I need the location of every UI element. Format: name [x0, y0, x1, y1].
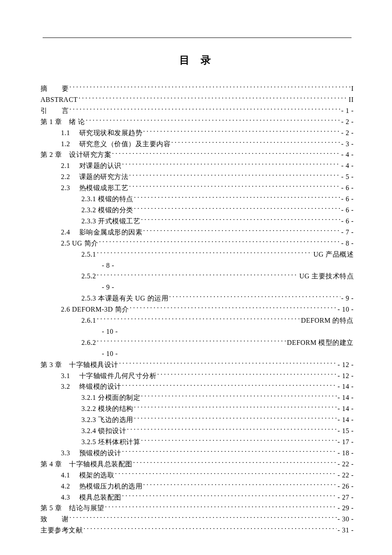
- toc-leader: [141, 437, 337, 444]
- toc-leader: [99, 239, 340, 246]
- toc-entry: 3.2 终锻模的设计- 14 -: [40, 381, 354, 392]
- toc-page: - 14 -: [337, 414, 354, 425]
- toc-page: - 14 -: [337, 392, 354, 403]
- toc-page: - 4 -: [341, 149, 354, 160]
- toc-leader: [130, 305, 337, 312]
- toc-label: 第 5 章 结论与展望: [40, 503, 104, 514]
- toc-entry: 摘 要I: [40, 83, 354, 94]
- toc-leader: [134, 415, 337, 422]
- toc-leader: [69, 515, 337, 521]
- toc-label: 2.3.1 模锻的特点: [81, 194, 133, 205]
- toc-label: 引 言: [40, 105, 69, 116]
- toc-leader: [84, 526, 337, 532]
- toc-entry: 3.2.5 坯料体积计算- 17 -: [40, 436, 354, 448]
- toc-leader: [141, 393, 337, 400]
- toc-page: - 14 -: [337, 403, 354, 414]
- toc-page: - 22 -: [337, 470, 354, 481]
- toc-leader: [133, 460, 337, 466]
- toc-label: 2.3.3 开式模锻工艺: [81, 216, 140, 227]
- toc-page: - 6 -: [341, 205, 354, 216]
- toc-entry: 4.1 模架的选取- 22 -: [40, 470, 354, 481]
- toc-leader: [112, 150, 340, 157]
- toc-leader: [105, 503, 337, 510]
- toc-leader: [122, 161, 340, 168]
- toc-leader: [129, 172, 340, 179]
- toc-entry: 2.4 影响金属成形的因素- 7 -: [40, 227, 354, 238]
- toc-entry: 2.3.1 模锻的特点- 6 -: [40, 194, 354, 205]
- top-divider: [43, 38, 352, 38]
- toc-label: 2.5.1: [81, 249, 96, 260]
- toc-page: - 9 -: [81, 282, 354, 293]
- toc-label: 4.3 模具总装配图: [61, 492, 121, 503]
- toc-entry: 3.2.3 飞边的选用- 14 -: [40, 414, 354, 425]
- toc-page: - 4 -: [341, 160, 354, 171]
- toc-entry: 1.2 研究意义（价值）及主要内容- 3 -: [40, 139, 354, 150]
- toc-leader: [129, 183, 340, 190]
- toc-leader: [134, 194, 340, 201]
- toc-entry: 致 谢- 30 -: [40, 514, 354, 525]
- page-title: 目 录: [40, 53, 354, 67]
- toc-entry: 第 5 章 结论与展望- 29 -: [40, 503, 354, 514]
- toc-entry: 2.2 课题的研究方法- 5 -: [40, 171, 354, 182]
- toc-entry: 第 2 章 设计研究方案- 4 -: [40, 149, 354, 160]
- toc-label: 摘 要: [40, 83, 69, 94]
- toc-label: 致 谢: [40, 514, 69, 525]
- toc-page: - 10 -: [81, 326, 354, 337]
- toc-leader: [141, 217, 340, 223]
- toc-label: 3.2 终锻模的设计: [61, 381, 121, 392]
- toc-leader: [134, 205, 340, 212]
- toc-label: 第 4 章 十字轴模具总装配图: [40, 459, 133, 470]
- toc-leader: [69, 84, 350, 91]
- toc-page: - 10 -: [337, 304, 354, 315]
- toc-page: - 31 -: [337, 525, 354, 536]
- toc-leader: [143, 128, 340, 135]
- toc-tail-text: UG 主要技术特点: [299, 271, 354, 282]
- toc-entry: 3.1 十字轴锻件几何尺寸分析- 12 -: [40, 370, 354, 382]
- toc-page: - 14 -: [337, 381, 354, 392]
- toc-page: - 1 -: [341, 105, 354, 116]
- toc-entry: 2.1 对课题的认识- 4 -: [40, 160, 354, 171]
- toc-entry: 2.5.2UG 主要技术特点- 9 -: [40, 271, 354, 293]
- toc-page: - 12 -: [337, 359, 354, 370]
- toc-leader: [97, 316, 300, 323]
- toc-label: 2.3.2 模锻的分类: [81, 205, 133, 216]
- toc-label: 2.6 DEFORM-3D 简介: [61, 304, 129, 315]
- toc-label: 2.3 热模锻成形工艺: [61, 182, 128, 194]
- toc-leader: [86, 117, 340, 124]
- toc-page: - 5 -: [341, 171, 354, 182]
- toc-entry: 2.6.1 DEFORM 的特点- 10 -: [40, 315, 354, 337]
- toc-label: 2.5 UG 简介: [61, 238, 98, 249]
- toc-leader: [134, 404, 337, 411]
- toc-label: 2.6.2: [81, 337, 96, 348]
- toc-label: 3.2.1 分模面的制定: [81, 392, 140, 403]
- toc-page: - 2 -: [341, 116, 354, 127]
- toc-label: 1.1 研究现状和发展趋势: [61, 127, 142, 139]
- toc-leader: [169, 294, 340, 301]
- toc-page: - 27 -: [337, 492, 354, 503]
- toc-page: - 26 -: [337, 481, 354, 492]
- toc-leader: [97, 338, 286, 345]
- toc-entry: 第 1 章 绪 论- 2 -: [40, 116, 354, 127]
- toc-leader: [171, 139, 340, 146]
- toc-leader: [97, 272, 299, 278]
- toc-label: 第 3 章 十字轴模具设计: [40, 359, 118, 370]
- toc-entry: 第 3 章 十字轴模具设计- 12 -: [40, 359, 354, 370]
- toc-page: - 15 -: [337, 425, 354, 436]
- toc-page: - 29 -: [337, 503, 354, 514]
- toc-label: 2.1 对课题的认识: [61, 160, 121, 171]
- toc-entry: 4.2 热模锻压力机的选用- 26 -: [40, 481, 354, 492]
- toc-entry: 2.5 UG 简介 - 8 -: [40, 238, 354, 249]
- toc-leader: [122, 493, 337, 500]
- toc-entry: 3.2.4 锁扣设计- 15 -: [40, 425, 354, 436]
- toc-entry: 4.3 模具总装配图- 27 -: [40, 492, 354, 503]
- toc-label: 2.5.3 本课题有关 UG 的运用: [81, 293, 168, 304]
- toc-entry: 第 4 章 十字轴模具总装配图- 22 -: [40, 459, 354, 470]
- toc-page: - 17 -: [337, 436, 354, 448]
- toc-leader: [69, 106, 340, 113]
- toc-leader: [122, 448, 337, 455]
- toc-label: 3.2.5 坯料体积计算: [81, 436, 140, 448]
- toc-page: - 6 -: [341, 182, 354, 194]
- toc-entry: 2.5.3 本课题有关 UG 的运用- 9 -: [40, 293, 354, 304]
- toc-page: - 3 -: [341, 139, 354, 150]
- toc-tail-text: DEFORM 的特点: [301, 315, 354, 326]
